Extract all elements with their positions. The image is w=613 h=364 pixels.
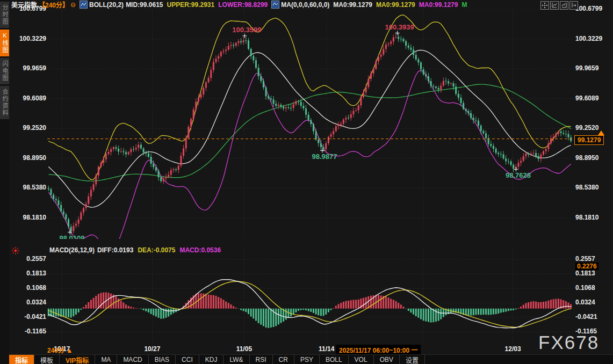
ma-indicator-icon[interactable] [271,1,279,9]
minus-circle-icon[interactable]: ⊖ [70,1,76,9]
toolbar-button-CCI[interactable]: CCI [176,355,199,364]
extreme-price-annotation: 100.3599 [232,26,261,34]
toolbar-button-MACD[interactable]: MACD [117,355,148,364]
x-axis-date-label: 12/03 [505,345,521,353]
toolbar-button-RSI[interactable]: RSI [250,355,273,364]
main-y-label-left: 99.9659 [13,64,46,72]
main-y-label-right: 99.2520 [575,124,598,132]
toolbar-button-VIP指标[interactable]: VIP指标 [60,355,95,364]
sidebar-tab-1[interactable]: 分时图 [0,2,9,28]
sidebar-tab-4[interactable]: 合约资料 [0,86,9,119]
macd-y-label-left: 0.1068 [13,284,46,292]
main-y-label-left: 99.2520 [13,124,46,132]
main-y-label-left: 98.5380 [13,184,46,191]
main-y-label-left: 99.6089 [13,94,46,102]
toolbar-button-VOL[interactable]: VOL [349,355,374,364]
macd-y-label-right: 0.0324 [575,299,595,306]
indicator-toolbar: 指标模板VIP指标MAMACDBIASCCIKDJLW&RSICRPSYBOLL… [9,354,613,364]
macd-title: MACD(26,12,9) [49,246,95,254]
boll-lower-value: LOWER:98.8299 [218,1,268,9]
period-badge[interactable]: 【240分】 [39,0,69,9]
symbol-title: 美元指数 [11,0,37,9]
toolbar-button-KDJ[interactable]: KDJ [199,355,224,364]
fx678-watermark: FX678 [538,332,599,353]
main-y-label-right: 100.6799 [575,5,602,12]
main-y-label-left: 100.3229 [13,35,46,42]
main-candlestick-chart[interactable]: 100.3599100.393998.987798.762898.0109 [47,9,572,239]
macd-y-label-left: -0.0421 [13,313,46,321]
main-y-label-right: 98.5380 [575,184,598,191]
left-sidebar: 分时图K线图闪电图合约资料 [0,0,9,364]
macd-y-label-left: 0.1813 [13,270,46,277]
extreme-price-annotation: 98.0109 [60,234,85,239]
bar-time-tooltip: 2025/11/17 06:00~10:00 一 [336,345,421,355]
toolbar-button-OBV[interactable]: OBV [374,355,400,364]
main-y-label-right: 100.3229 [575,35,602,42]
extreme-price-annotation: 98.9877 [312,152,337,161]
toolbar-button-模板[interactable]: 模板 [34,355,60,364]
sidebar-tab-3[interactable]: 闪电图 [0,58,9,84]
collapse-pane-icon[interactable] [569,1,578,10]
indicator-header: 美元指数 【240分】 ⊖ BOLL(20,2) MID:99.0615 UPP… [11,0,467,9]
red-sun-icon[interactable] [12,247,19,254]
main-y-label-right: 98.8950 [575,154,598,162]
toolbar-button-设置[interactable]: 设置 [400,355,425,364]
extreme-price-annotation: 98.7628 [506,171,531,179]
macd-y-label-right: -0.1165 [575,327,597,335]
macd-y-label-left: 0.0324 [13,299,46,306]
main-y-label-left: 98.8950 [13,154,46,162]
ma-m-label: M [461,1,467,9]
main-y-label-left: 98.1810 [13,214,46,221]
chart-right-axis-icon[interactable] [560,1,568,10]
extreme-price-annotation: 100.3939 [385,23,414,31]
price-up-arrow-icon [598,130,604,135]
ma0-magenta-value: MA0:99.1279 [419,1,458,9]
current-price-badge: 99.1279 [574,135,604,145]
macd-y-label-right: -0.0421 [575,313,597,321]
main-y-label-right: 99.9659 [575,64,598,72]
toolbar-button-BIAS[interactable]: BIAS [149,355,176,364]
ma0-yellow-value: MA0:99.1279 [376,1,415,9]
toolbar-button-CR[interactable]: CR [273,355,294,364]
x-axis-date-label: 10/27 [144,345,160,353]
ma-label: MA(0,0,0,60,0,0) [281,1,329,9]
ma0-white-value: MA0:99.1279 [333,1,372,9]
layout-grid-icon[interactable] [540,1,549,10]
boll-mid-value: MID:99.0615 [126,1,163,9]
x-axis-date-label: 11/14 [319,345,334,353]
macd-y-label-left: -0.1165 [13,327,46,335]
macd-header: MACD(26,12,9) DIFF:0.0193 DEA:-0.0075 MA… [49,246,221,254]
macd-y-label-left: 0.2557 [13,255,46,263]
boll-label: BOLL(20,2) [89,1,124,9]
macd-diff-value: DIFF:0.0193 [97,246,133,254]
toolbar-button-MA[interactable]: MA [95,355,117,364]
toolbar-button-LW&[interactable]: LW& [223,355,249,364]
chart-left-axis-icon[interactable] [550,1,559,10]
macd-current-badge: 0.2276 [575,263,598,270]
macd-dea-value: DEA:-0.0075 [138,246,175,254]
macd-y-label-right: 0.2557 [575,255,595,263]
period-selector[interactable]: 240分 ▲ [47,345,73,354]
macd-y-label-right: 0.1813 [575,270,595,277]
macd-macd-value: MACD:0.0536 [179,246,221,254]
main-y-label-right: 99.6089 [575,94,598,102]
boll-indicator-icon[interactable] [80,1,88,9]
chart-window-controls [540,1,578,10]
macd-y-label-right: 0.1068 [575,284,595,292]
x-axis-date-label: 11/05 [236,345,252,353]
chart-application-window: 分时图K线图闪电图合约资料 美元指数 【240分】 ⊖ BOLL(20,2) M… [0,0,613,364]
toolbar-button-指标[interactable]: 指标 [9,355,34,364]
toolbar-button-BOLL[interactable]: BOLL [320,355,349,364]
sidebar-tab-2[interactable]: K线图 [0,30,9,56]
toolbar-button-PSY[interactable]: PSY [294,355,320,364]
macd-subchart[interactable] [47,248,572,344]
boll-upper-value: UPPER:99.2931 [167,1,215,9]
main-y-label-right: 98.1810 [575,214,598,221]
